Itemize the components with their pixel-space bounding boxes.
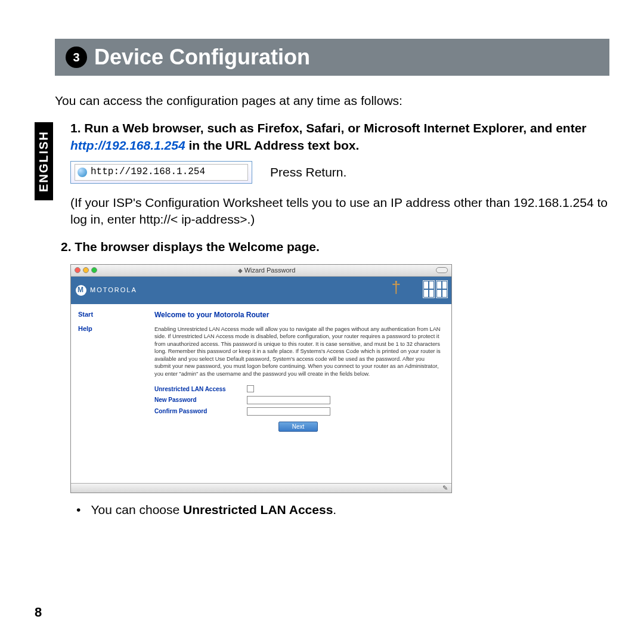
press-return-text: Press Return. (270, 164, 346, 181)
welcome-heading: Welcome to your Motorola Router (154, 310, 442, 320)
input-new-password[interactable] (247, 396, 330, 404)
intro-text: You can access the configuration pages a… (55, 92, 609, 109)
checkbox-unrestricted[interactable] (247, 385, 254, 392)
next-button[interactable]: Next (278, 422, 318, 432)
toolbar-pill-icon (436, 267, 448, 273)
bullet-unrestricted: • You can choose Unrestricted LAN Access… (76, 501, 609, 518)
status-bar: ✎ (71, 483, 451, 493)
step1-prefix: 1. Run a Web browser, such as Firefox, S… (70, 121, 587, 135)
window-decor-icon (436, 280, 448, 298)
router-banner: M MOTOROLA † (71, 277, 451, 304)
zoom-icon[interactable] (91, 267, 97, 273)
label-new-password: New Password (154, 396, 247, 404)
page-number: 8 (35, 605, 42, 620)
bullet-bold: Unrestricted LAN Access (183, 503, 333, 516)
welcome-body: Enabling Unrestricted LAN Access mode wi… (154, 326, 442, 378)
step-1: 1. Run a Web browser, such as Firefox, S… (70, 120, 609, 154)
motorola-logo-text: MOTOROLA (90, 286, 137, 295)
browser-screenshot: ◆Wizard Password M MOTOROLA † Start Help… (70, 264, 452, 493)
window-decor-icon (423, 280, 435, 298)
sidebar-link-help[interactable]: Help (78, 324, 147, 333)
bullet-suffix: . (333, 503, 336, 516)
minimize-icon[interactable] (83, 267, 89, 273)
close-icon[interactable] (75, 267, 80, 273)
window-title: Wizard Password (244, 267, 296, 274)
window-titlebar: ◆Wizard Password (71, 265, 451, 277)
section-number-badge: 3 (66, 47, 87, 68)
language-tab: ENGLISH (35, 122, 53, 200)
step-2: 2. The browser displays the Welcome page… (61, 239, 609, 255)
label-unrestricted: Unrestricted LAN Access (154, 385, 247, 394)
diamond-icon: ◆ (238, 267, 243, 274)
input-confirm-password[interactable] (247, 407, 330, 416)
cross-decor-icon: † (391, 279, 401, 296)
bullet-prefix: You can choose (91, 503, 183, 516)
step1-suffix: in the URL Address text box. (185, 138, 360, 152)
globe-icon (78, 168, 87, 177)
url-text: http://192.168.1.254 (91, 166, 205, 179)
step1-url: http://192.168.1.254 (70, 138, 185, 152)
motorola-logo-icon: M (76, 285, 86, 296)
section-title: Device Configuration (94, 45, 310, 70)
section-header: 3 Device Configuration (55, 39, 609, 76)
sidebar-link-start[interactable]: Start (78, 310, 147, 319)
url-address-box: http://192.168.1.254 (70, 161, 252, 184)
isp-note: (If your ISP's Configuration Worksheet t… (70, 194, 609, 228)
label-confirm-password: Confirm Password (154, 407, 247, 416)
router-sidebar: Start Help (71, 304, 154, 483)
